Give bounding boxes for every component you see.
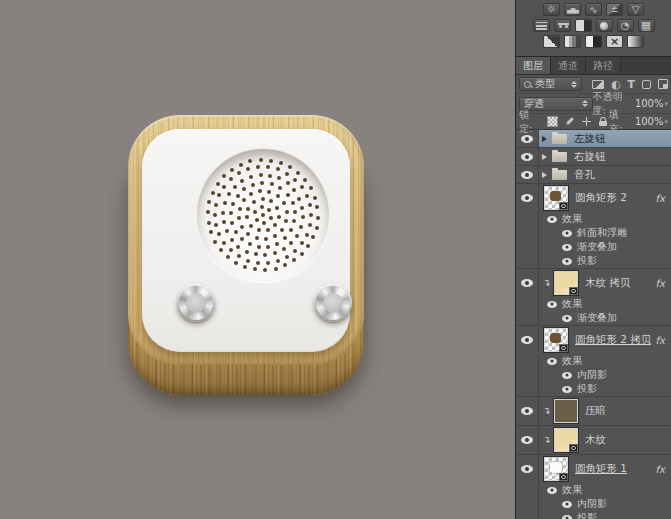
effect-item-row[interactable]: 内阴影 <box>516 368 671 382</box>
levels-icon[interactable] <box>564 3 581 16</box>
chevron-down-icon[interactable]: ▾ <box>664 100 668 108</box>
effect-name: 投影 <box>577 511 597 519</box>
fx-badge[interactable]: fx <box>656 335 671 346</box>
effect-item-row[interactable]: 投影 <box>516 511 671 519</box>
eye-icon[interactable] <box>562 386 572 393</box>
eye-icon[interactable] <box>562 315 572 322</box>
eye-icon[interactable] <box>562 501 572 508</box>
eye-icon[interactable] <box>547 487 557 494</box>
hue-saturation-icon[interactable] <box>533 19 550 32</box>
visibility-toggle[interactable] <box>516 166 539 183</box>
expand-triangle-icon[interactable] <box>542 154 547 160</box>
lock-position-icon[interactable] <box>581 116 592 127</box>
speaker-hole <box>260 205 264 209</box>
layer-group-row[interactable]: 右旋钮 <box>516 148 671 165</box>
layer-row[interactable]: ↴ 压暗 <box>516 397 671 425</box>
effects-header-row[interactable]: 效果 <box>516 354 671 368</box>
vibrance-icon[interactable] <box>627 3 644 16</box>
effect-item-row[interactable]: 渐变叠加 <box>516 311 671 325</box>
layer-row[interactable]: 圆角矩形 1 fx <box>516 455 671 483</box>
smart-filter-icon[interactable] <box>658 79 668 89</box>
layer-name[interactable]: 圆角矩形 2 <box>575 191 627 205</box>
speaker-hole <box>237 171 241 175</box>
eye-icon[interactable] <box>562 515 572 519</box>
layer-row[interactable]: ↴ 木纹 拷贝 fx <box>516 269 671 297</box>
speaker-hole <box>226 255 230 259</box>
visibility-toggle[interactable] <box>516 269 539 297</box>
tab-layers[interactable]: 图层 <box>516 57 551 74</box>
gradient-map-icon[interactable] <box>627 35 644 48</box>
visibility-toggle[interactable] <box>516 148 539 165</box>
lock-transparency-icon[interactable] <box>547 116 558 127</box>
fx-badge[interactable]: fx <box>656 278 671 289</box>
effects-header-row[interactable]: 效果 <box>516 483 671 497</box>
layer-thumbnail[interactable] <box>544 457 568 481</box>
visibility-toggle[interactable] <box>516 130 539 147</box>
invert-icon[interactable] <box>543 35 560 48</box>
layer-row[interactable]: 圆角矩形 2 拷贝 fx <box>516 326 671 354</box>
eye-icon[interactable] <box>547 301 557 308</box>
tab-channels[interactable]: 通道 <box>551 57 586 74</box>
visibility-toggle[interactable] <box>516 184 539 212</box>
shape-filter-icon[interactable] <box>642 80 651 89</box>
layer-thumbnail[interactable] <box>554 428 578 452</box>
effect-item-row[interactable]: 渐变叠加 <box>516 240 671 254</box>
chevron-down-icon[interactable]: ▾ <box>664 118 668 126</box>
photo-filter-icon[interactable] <box>596 19 613 32</box>
exposure-icon[interactable] <box>606 3 623 16</box>
expand-triangle-icon[interactable] <box>542 172 547 178</box>
brightness-contrast-icon[interactable] <box>543 3 560 16</box>
filter-kind-dropdown[interactable]: 类型 <box>519 77 582 91</box>
effects-header-row[interactable]: 效果 <box>516 212 671 226</box>
effect-item-row[interactable]: 内阴影 <box>516 497 671 511</box>
visibility-toggle[interactable] <box>516 397 539 425</box>
speaker-hole <box>237 254 241 258</box>
pixel-filter-icon[interactable] <box>592 80 604 89</box>
layer-thumbnail[interactable] <box>544 328 568 352</box>
effects-header-row[interactable]: 效果 <box>516 297 671 311</box>
document-canvas[interactable] <box>0 0 515 519</box>
selective-color-icon[interactable] <box>606 35 623 48</box>
effect-item-row[interactable]: 斜面和浮雕 <box>516 226 671 240</box>
layer-name[interactable]: 圆角矩形 1 <box>575 462 627 476</box>
layer-row[interactable]: ↴ 木纹 <box>516 426 671 454</box>
fx-badge[interactable]: fx <box>656 193 671 204</box>
color-lookup-icon[interactable] <box>638 19 655 32</box>
layer-group-row[interactable]: 音孔 <box>516 166 671 183</box>
channel-mixer-icon[interactable] <box>617 19 634 32</box>
layer-thumbnail[interactable] <box>554 271 578 295</box>
opacity-value[interactable]: 100% <box>635 98 664 109</box>
effect-item-row[interactable]: 投影 <box>516 382 671 396</box>
layer-group-row[interactable]: 左旋钮 <box>516 130 671 147</box>
eye-icon[interactable] <box>562 258 572 265</box>
layer-name[interactable]: 圆角矩形 2 拷贝 <box>575 333 651 347</box>
posterize-icon[interactable] <box>564 35 581 48</box>
tab-paths[interactable]: 路径 <box>586 57 621 74</box>
curves-icon[interactable] <box>585 3 602 16</box>
eye-icon[interactable] <box>562 372 572 379</box>
eye-icon[interactable] <box>562 244 572 251</box>
layer-thumbnail[interactable] <box>554 399 578 423</box>
black-white-icon[interactable] <box>575 19 592 32</box>
effect-item-row[interactable]: 投影 <box>516 254 671 268</box>
layer-row[interactable]: 圆角矩形 2 fx <box>516 184 671 212</box>
layer-thumbnail[interactable] <box>544 186 568 210</box>
eye-icon[interactable] <box>547 358 557 365</box>
layer-name[interactable]: 木纹 <box>585 433 606 447</box>
speaker-hole <box>268 174 272 178</box>
lock-all-icon[interactable] <box>598 116 609 127</box>
fx-badge[interactable]: fx <box>656 464 671 475</box>
visibility-toggle[interactable] <box>516 326 539 354</box>
speaker-hole <box>305 233 309 237</box>
visibility-toggle[interactable] <box>516 455 539 483</box>
fill-value[interactable]: 100% <box>635 116 664 127</box>
layer-name[interactable]: 压暗 <box>585 404 606 418</box>
expand-triangle-icon[interactable] <box>542 136 547 142</box>
eye-icon[interactable] <box>547 216 557 223</box>
lock-pixels-icon[interactable] <box>564 116 575 127</box>
layer-name[interactable]: 木纹 拷贝 <box>585 276 630 290</box>
eye-icon[interactable] <box>562 230 572 237</box>
color-balance-icon[interactable] <box>554 19 571 32</box>
visibility-toggle[interactable] <box>516 426 539 454</box>
threshold-icon[interactable] <box>585 35 602 48</box>
